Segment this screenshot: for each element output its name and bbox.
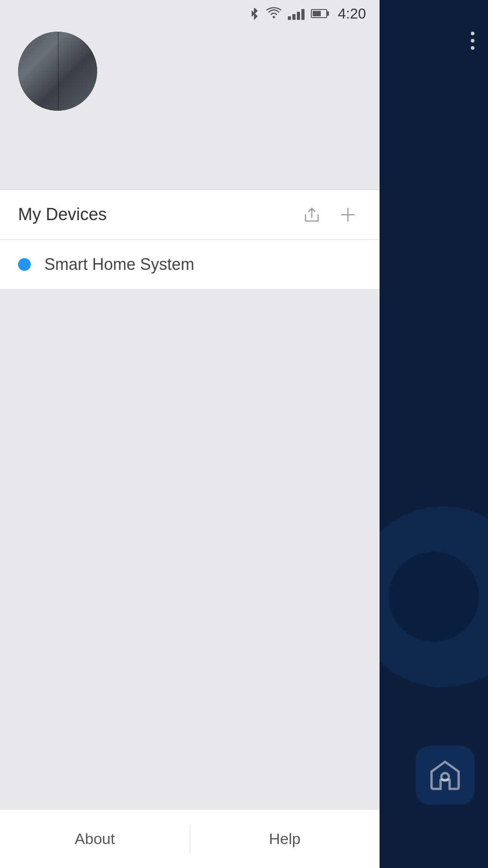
wifi-icon (266, 7, 282, 20)
empty-content-area (0, 290, 380, 868)
status-time: 4:20 (338, 5, 366, 22)
signal-icon (288, 7, 305, 20)
help-label: Help (269, 830, 300, 848)
avatar[interactable] (18, 32, 97, 111)
decorative-circle-3 (389, 552, 479, 642)
menu-dot-1 (471, 32, 474, 35)
device-list: Smart Home System (0, 240, 380, 290)
main-content: 4:20 My Devices Smart Home System (0, 0, 380, 868)
header-area (0, 0, 380, 190)
more-options-menu[interactable] (471, 32, 474, 50)
about-nav-item[interactable]: About (0, 810, 190, 868)
menu-dot-2 (471, 39, 474, 42)
avatar-image (18, 32, 97, 111)
menu-dot-3 (471, 46, 474, 50)
add-device-button[interactable] (334, 201, 361, 228)
home-icon (427, 757, 463, 793)
device-name: Smart Home System (44, 255, 194, 274)
device-item[interactable]: Smart Home System (0, 240, 380, 289)
right-panel (380, 0, 488, 868)
status-icons: 4:20 (249, 5, 366, 22)
bluetooth-icon (249, 7, 260, 20)
device-status-indicator (18, 258, 31, 271)
home-icon-container (416, 746, 474, 805)
devices-section-header: My Devices (0, 190, 380, 240)
about-label: About (75, 830, 115, 848)
battery-icon (311, 9, 327, 18)
help-nav-item[interactable]: Help (190, 810, 380, 868)
svg-point-1 (272, 16, 275, 19)
share-button[interactable] (298, 201, 325, 228)
status-bar: 4:20 (0, 0, 380, 27)
avatar-door-decoration (58, 32, 59, 111)
bottom-navigation: About Help (0, 809, 380, 868)
section-title: My Devices (18, 205, 289, 224)
